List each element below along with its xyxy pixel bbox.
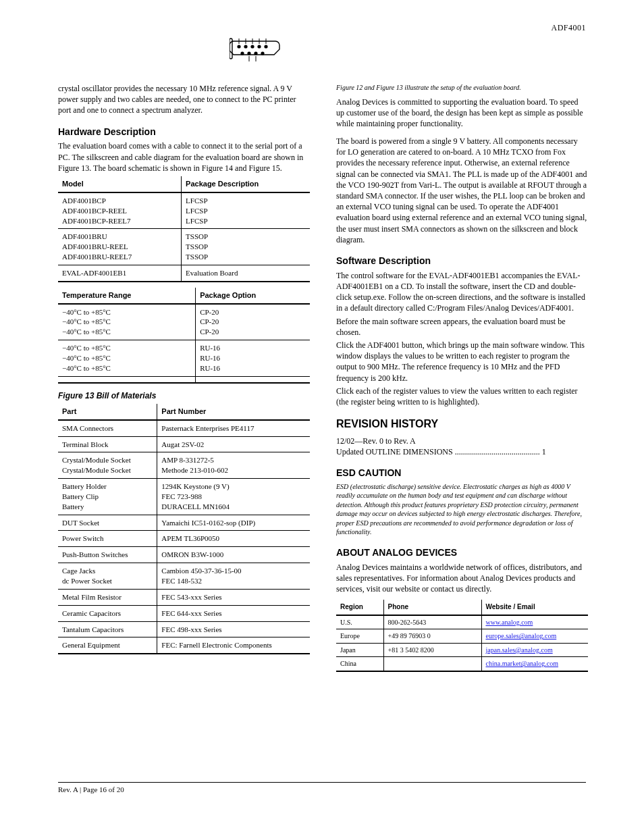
contact-table: Region Phone Website / Email U.S.800-262…	[336, 600, 588, 672]
left-column: crystal oscillator provides the necessar…	[58, 81, 310, 660]
sw-p4: Click each of the register values to vie…	[336, 386, 588, 407]
contact-header-0: Region	[336, 600, 383, 615]
page-footer: Rev. A | Page 16 of 20	[58, 782, 586, 793]
table-row: Cage Jacks dc Power SocketCambion 450-37…	[58, 563, 310, 590]
contact-link[interactable]: www.analog.com	[481, 615, 588, 629]
table-row: EVAL-ADF4001EB1Evaluation Board	[58, 265, 310, 281]
temp-header-1: Package Option	[196, 288, 310, 304]
hw-p1: The evaluation board comes with a cable …	[58, 140, 310, 174]
sw-p1: The control software for the EVAL-ADF400…	[336, 270, 588, 314]
bom-table: Part Part Number SMA ConnectorsPasternac…	[58, 404, 310, 654]
intro-paragraph: crystal oscillator provides the necessar…	[58, 83, 310, 116]
svg-point-3	[250, 45, 254, 48]
about-paragraph: Analog Devices maintains a worldwide net…	[336, 562, 588, 595]
about-heading: ABOUT ANALOG DEVICES	[336, 546, 588, 559]
table-row: Ceramic CapacitorsFEC 644-xxx Series	[58, 605, 310, 621]
models-table: Model Package Description ADF4001BCP ADF…	[58, 176, 310, 282]
esd-paragraph: ESD (electrostatic discharge) sensitive …	[336, 482, 588, 537]
svg-point-4	[257, 45, 261, 48]
figure-note: Figure 12 and Figure 13 illustrate the s…	[336, 83, 588, 93]
table-row: Crystal/Module Socket Crystal/Module Soc…	[58, 452, 310, 479]
table-row: Japan+81 3 5402 8200japan.sales@analog.c…	[336, 643, 588, 657]
table-row: Terminal BlockAugat 2SV-02	[58, 436, 310, 452]
bom-header-0: Part	[58, 404, 157, 420]
table-row: Chinachina.market@analog.com	[336, 657, 588, 671]
svg-point-1	[237, 45, 240, 48]
table-row: General EquipmentFEC: Farnell Electronic…	[58, 637, 310, 654]
table-row: Push-Button SwitchesOMRON B3W-1000	[58, 547, 310, 563]
contact-header-1: Phone	[383, 600, 481, 615]
svg-point-2	[244, 45, 247, 48]
contact-link[interactable]: japan.sales@analog.com	[481, 643, 588, 657]
bom-heading: Figure 13 Bill of Materials	[58, 390, 310, 401]
table-row: Battery Holder Battery Clip Battery1294K…	[58, 479, 310, 515]
hw-p2: The board is powered from a single 9 V b…	[336, 136, 588, 245]
svg-point-7	[247, 51, 250, 55]
rev-block: 12/02—Rev. 0 to Rev. A Updated OUTLINE D…	[336, 436, 588, 457]
table-row: ADF4001BRU ADF4001BRU-REEL ADF4001BRU-RE…	[58, 229, 310, 265]
contact-header-2: Website / Email	[481, 600, 588, 615]
esd-heading: ESD CAUTION	[336, 467, 588, 479]
table-row: U.S.800-262-5643www.analog.com	[336, 615, 588, 629]
table-row: −40°C to +85°C −40°C to +85°C −40°C to +…	[58, 340, 310, 377]
table-row: −40°C to +85°C −40°C to +85°C −40°C to +…	[58, 304, 310, 340]
service-note: Analog Devices is committed to supportin…	[336, 97, 588, 130]
table-row: SMA ConnectorsPasternack Enterprises PE4…	[58, 420, 310, 436]
temp-package-table: Temperature Range Package Option −40°C t…	[58, 288, 310, 384]
models-header-1: Package Description	[182, 176, 310, 192]
hw-heading: Hardware Description	[58, 126, 310, 138]
product-title: ADF4001	[551, 23, 586, 33]
right-column: Figure 12 and Figure 13 illustrate the s…	[336, 81, 588, 672]
rev-heading: REVISION HISTORY	[336, 417, 588, 432]
sw-p2: Before the main software screen appears,…	[336, 316, 588, 338]
svg-rect-0	[230, 38, 232, 59]
page-header: ADF4001	[0, 23, 644, 33]
sw-p3: Click the ADF4001 button, which brings u…	[336, 340, 588, 384]
table-row: Power SwitchAPEM TL36P0050	[58, 531, 310, 547]
temp-header-0: Temperature Range	[58, 288, 196, 304]
table-row	[58, 376, 310, 383]
contact-link[interactable]: europe.sales@analog.com	[481, 629, 588, 644]
table-row: Metal Film ResistorFEC 543-xxx Series	[58, 589, 310, 605]
svg-point-8	[254, 51, 257, 55]
contact-link[interactable]: china.market@analog.com	[481, 657, 588, 671]
svg-point-9	[261, 51, 264, 55]
db9-connector-icon	[230, 36, 282, 71]
bom-header-1: Part Number	[157, 404, 310, 420]
svg-point-5	[264, 45, 267, 48]
table-row: ADF4001BCP ADF4001BCP-REEL ADF4001BCP-RE…	[58, 192, 310, 229]
footer-left: Rev. A | Page 16 of 20	[58, 785, 124, 793]
svg-point-6	[240, 51, 244, 55]
table-row: DUT SocketYamaichi IC51-0162-sop (DIP)	[58, 515, 310, 531]
sw-heading: Software Description	[336, 255, 588, 267]
models-header-0: Model	[58, 176, 182, 192]
table-row: Tantalum CapacitorsFEC 498-xxx Series	[58, 621, 310, 637]
table-row: Europe+49 89 76903 0europe.sales@analog.…	[336, 629, 588, 644]
